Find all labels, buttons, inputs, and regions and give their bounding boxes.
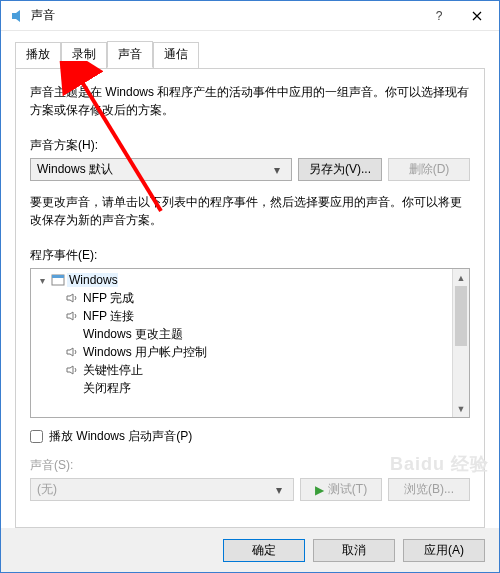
speaker-icon bbox=[63, 363, 81, 377]
svg-rect-2 bbox=[52, 275, 64, 278]
close-button[interactable] bbox=[454, 1, 499, 31]
tree-item-label: 关闭程序 bbox=[81, 380, 131, 397]
tree-root[interactable]: ▾ Windows bbox=[31, 271, 452, 289]
tree-item[interactable]: NFP 完成 bbox=[31, 289, 452, 307]
tree-item[interactable]: 关闭程序 bbox=[31, 379, 452, 397]
tree-item-label: NFP 连接 bbox=[81, 308, 134, 325]
tab-recording[interactable]: 录制 bbox=[61, 42, 107, 69]
tab-panel-sounds: 声音主题是在 Windows 和程序产生的活动事件中应用的一组声音。你可以选择现… bbox=[15, 68, 485, 528]
ok-button[interactable]: 确定 bbox=[223, 539, 305, 562]
intro-text: 声音主题是在 Windows 和程序产生的活动事件中应用的一组声音。你可以选择现… bbox=[30, 83, 470, 119]
play-startup-label: 播放 Windows 启动声音(P) bbox=[49, 428, 192, 445]
tree-item-label: Windows 更改主题 bbox=[81, 326, 183, 343]
tree-item[interactable]: NFP 连接 bbox=[31, 307, 452, 325]
dialog-body: 播放 录制 声音 通信 声音主题是在 Windows 和程序产生的活动事件中应用… bbox=[1, 31, 499, 528]
scheme-label: 声音方案(H): bbox=[30, 137, 470, 154]
apply-button[interactable]: 应用(A) bbox=[403, 539, 485, 562]
events-tree[interactable]: ▾ Windows NFP 完成NFP 连接Windows 更改主题Window… bbox=[30, 268, 470, 418]
tab-communications[interactable]: 通信 bbox=[153, 42, 199, 69]
help-button[interactable]: ? bbox=[424, 1, 454, 31]
window-title: 声音 bbox=[31, 7, 424, 24]
sound-value: (无) bbox=[37, 481, 271, 498]
play-startup-checkbox[interactable]: 播放 Windows 启动声音(P) bbox=[30, 428, 470, 445]
scheme-combo[interactable]: Windows 默认 ▾ bbox=[30, 158, 292, 181]
tree-item-label: 关键性停止 bbox=[81, 362, 143, 379]
chevron-down-icon: ▾ bbox=[271, 483, 287, 497]
tree-root-label: Windows bbox=[67, 273, 118, 287]
titlebar: 声音 ? bbox=[1, 1, 499, 31]
windows-icon bbox=[49, 273, 67, 287]
play-startup-input[interactable] bbox=[30, 430, 43, 443]
tab-strip: 播放 录制 声音 通信 bbox=[15, 42, 485, 69]
sound-label: 声音(S): bbox=[30, 457, 470, 474]
scheme-value: Windows 默认 bbox=[37, 161, 269, 178]
test-button: ▶ 测试(T) bbox=[300, 478, 382, 501]
tree-item[interactable]: Windows 用户帐户控制 bbox=[31, 343, 452, 361]
app-icon bbox=[9, 8, 25, 24]
events-desc: 要更改声音，请单击以下列表中的程序事件，然后选择要应用的声音。你可以将更改保存为… bbox=[30, 193, 470, 229]
browse-button: 浏览(B)... bbox=[388, 478, 470, 501]
cancel-button[interactable]: 取消 bbox=[313, 539, 395, 562]
tree-item-label: Windows 用户帐户控制 bbox=[81, 344, 207, 361]
sound-dialog: 声音 ? 播放 录制 声音 通信 声音主题是在 Windows 和程序产生的活动… bbox=[0, 0, 500, 573]
speaker-icon bbox=[63, 345, 81, 359]
tab-playback[interactable]: 播放 bbox=[15, 42, 61, 69]
scroll-up-icon[interactable]: ▲ bbox=[453, 269, 469, 286]
scroll-thumb[interactable] bbox=[455, 286, 467, 346]
tab-sounds[interactable]: 声音 bbox=[107, 41, 153, 68]
tree-item[interactable]: 关键性停止 bbox=[31, 361, 452, 379]
delete-button: 删除(D) bbox=[388, 158, 470, 181]
chevron-down-icon: ▾ bbox=[269, 163, 285, 177]
speaker-icon bbox=[63, 309, 81, 323]
play-icon: ▶ bbox=[315, 483, 324, 497]
events-label: 程序事件(E): bbox=[30, 247, 470, 264]
dialog-footer: 确定 取消 应用(A) bbox=[1, 528, 499, 572]
events-tree-inner: ▾ Windows NFP 完成NFP 连接Windows 更改主题Window… bbox=[31, 269, 452, 417]
sound-combo: (无) ▾ bbox=[30, 478, 294, 501]
speaker-icon bbox=[63, 291, 81, 305]
tree-item[interactable]: Windows 更改主题 bbox=[31, 325, 452, 343]
scroll-down-icon[interactable]: ▼ bbox=[453, 400, 469, 417]
save-as-button[interactable]: 另存为(V)... bbox=[298, 158, 382, 181]
tree-item-label: NFP 完成 bbox=[81, 290, 134, 307]
scrollbar[interactable]: ▲ ▼ bbox=[452, 269, 469, 417]
collapse-icon[interactable]: ▾ bbox=[35, 275, 49, 286]
